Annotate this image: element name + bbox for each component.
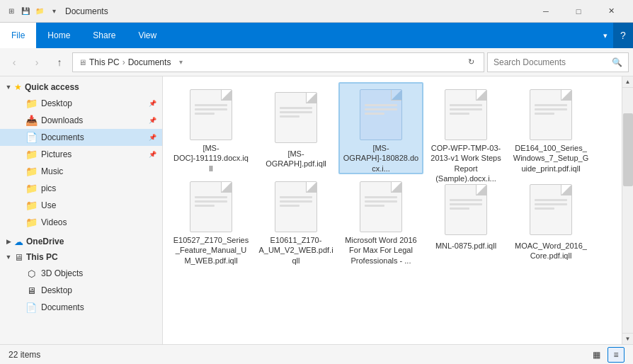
doc-icon-5: [530, 89, 572, 140]
scrollbar-track: [622, 88, 633, 333]
ribbon: File Home Share View ▾ ?: [0, 23, 633, 48]
file-item-8[interactable]: Microsoft Word 2016 For Max For Legal Pr…: [338, 174, 423, 266]
documents-pc-icon: 📄: [25, 302, 37, 313]
breadcrumb: 🖥 This PC › Documents ▾ ↻: [72, 52, 484, 72]
refresh-button[interactable]: ↻: [464, 55, 478, 69]
file-item-3[interactable]: [MS-OGRAPH]-180828.docx.i...: [338, 82, 423, 174]
this-pc-chevron: ▼: [3, 251, 14, 263]
title-bar-icons: ⊞ 💾 📁 ▾: [6, 6, 59, 17]
scroll-up-button[interactable]: ▲: [622, 76, 633, 88]
sidebar-item-music[interactable]: 📁 Music: [0, 163, 162, 180]
sidebar-item-videos[interactable]: 📁 Videos: [0, 214, 162, 231]
pin-icon-pictures: 📌: [149, 151, 156, 158]
address-bar: ‹ › ↑ 🖥 This PC › Documents ▾ ↻ 🔍: [0, 48, 633, 76]
desktop-pc-icon: 🖥: [25, 285, 37, 296]
file-item-7[interactable]: E10611_Z170-A_UM_V2_WEB.pdf.iqll: [253, 174, 338, 266]
quick-access-chevron: ▼: [3, 81, 14, 93]
file-icon-1: [186, 89, 236, 140]
tab-home[interactable]: Home: [36, 23, 81, 48]
file-name-10: MOAC_Word_2016_Core.pdf.iqll: [513, 241, 589, 261]
videos-folder-icon: 📁: [25, 217, 37, 228]
file-name-9: MNL-0875.pdf.iqll: [435, 241, 496, 251]
doc-icon-3: [360, 89, 402, 140]
this-pc-icon: 🖥: [14, 252, 23, 263]
scroll-down-button[interactable]: ▼: [622, 333, 633, 344]
file-item-9[interactable]: MNL-0875.pdf.iqll: [423, 174, 508, 266]
files-grid: [MS-DOC]-191119.docx.iqll [MS-OGRAPH].pd…: [163, 76, 633, 272]
file-item-5[interactable]: DE164_100_Series_Windows_7_Setup_Guide_p…: [508, 82, 593, 174]
file-name-1: [MS-DOC]-191119.docx.iqll: [173, 143, 249, 174]
large-icons-view-button[interactable]: ▦: [588, 347, 605, 363]
title-bar: ⊞ 💾 📁 ▾ Documents ─ □ ✕: [0, 0, 633, 23]
breadcrumb-documents[interactable]: Documents: [128, 57, 171, 67]
file-icon-6: [186, 181, 236, 232]
window-controls: ─ □ ✕: [530, 0, 627, 23]
back-button[interactable]: ‹: [4, 52, 24, 72]
sidebar-item-documents[interactable]: 📄 Documents 📌: [0, 129, 162, 146]
onedrive-header[interactable]: ▶ ☁ OneDrive: [0, 234, 162, 249]
file-icon-4: [440, 89, 491, 140]
maximize-button[interactable]: □: [562, 0, 595, 23]
search-box: 🔍: [487, 52, 629, 72]
sidebar-item-downloads[interactable]: 📥 Downloads 📌: [0, 112, 162, 129]
sidebar-item-desktop[interactable]: 📁 Desktop 📌: [0, 95, 162, 112]
file-name-7: E10611_Z170-A_UM_V2_WEB.pdf.iqll: [258, 235, 334, 266]
sidebar-item-3d-objects[interactable]: ⬡ 3D Objects: [0, 265, 162, 282]
file-item-1[interactable]: [MS-DOC]-191119.docx.iqll: [169, 82, 253, 174]
dropdown-title-icon: ▾: [48, 6, 59, 17]
this-pc-header[interactable]: ▼ 🖥 This PC: [0, 249, 162, 265]
details-view-button[interactable]: ≡: [608, 347, 625, 363]
help-button[interactable]: ?: [613, 23, 633, 48]
sidebar-desktop-label: Desktop: [41, 98, 144, 108]
doc-icon-6: [190, 181, 232, 232]
minimize-button[interactable]: ─: [530, 0, 562, 23]
file-icon-2: [270, 89, 321, 146]
doc-icon-4: [445, 89, 487, 140]
tab-share[interactable]: Share: [81, 23, 127, 48]
close-button[interactable]: ✕: [595, 0, 627, 23]
breadcrumb-expand[interactable]: ▾: [173, 52, 188, 72]
pin-icon-documents: 📌: [149, 134, 156, 141]
music-folder-icon: 📁: [25, 166, 37, 177]
tab-view[interactable]: View: [127, 23, 168, 48]
documents-folder-icon: 📄: [25, 132, 37, 143]
up-button[interactable]: ↑: [50, 52, 69, 72]
use-folder-icon: 📁: [25, 200, 37, 211]
desktop-folder-icon: 📁: [25, 98, 37, 109]
sidebar-use-label: Use: [41, 200, 156, 210]
file-item-4[interactable]: COP-WFP-TMP-03-2013-v1 Work Steps Report…: [423, 82, 508, 174]
sidebar-desktop-pc-label: Desktop: [41, 285, 156, 295]
file-item-6[interactable]: E10527_Z170_Series_Feature_Manual_UM_WEB…: [169, 174, 253, 266]
sidebar-item-pics[interactable]: 📁 pics: [0, 180, 162, 197]
file-icon-8: [355, 181, 406, 232]
sidebar-item-documents-pc[interactable]: 📄 Documents: [0, 299, 162, 316]
quick-save-icon: 💾: [20, 6, 31, 17]
file-icon-9: [440, 181, 491, 238]
onedrive-icon: ☁: [14, 237, 23, 247]
file-name-5: DE164_100_Series_Windows_7_Setup_Guide_p…: [513, 143, 589, 174]
scrollbar-thumb[interactable]: [623, 113, 633, 187]
search-input[interactable]: [494, 57, 609, 67]
pics-folder-icon: 📁: [25, 183, 37, 194]
quick-access-header[interactable]: ▼ ★ Quick access: [0, 79, 162, 95]
onedrive-label: OneDrive: [26, 237, 64, 246]
forward-button[interactable]: ›: [27, 52, 47, 72]
sidebar-item-use[interactable]: 📁 Use: [0, 197, 162, 214]
file-item-10[interactable]: MOAC_Word_2016_Core.pdf.iqll: [508, 174, 593, 266]
status-bar: 22 items ▦ ≡: [0, 344, 633, 364]
tab-file[interactable]: File: [0, 23, 36, 48]
breadcrumb-thispc[interactable]: This PC: [89, 57, 120, 67]
ribbon-expand[interactable]: ▾: [603, 31, 613, 40]
pc-icon: 🖥: [79, 58, 86, 67]
item-count: 22 items: [8, 350, 40, 360]
doc-icon-1: [190, 89, 232, 140]
quick-access-star: ★: [14, 82, 22, 92]
sidebar-item-desktop-pc[interactable]: 🖥 Desktop: [0, 282, 162, 299]
file-name-8: Microsoft Word 2016 For Max For Legal Pr…: [343, 235, 419, 266]
sidebar-pics-label: pics: [41, 183, 156, 193]
file-name-2: [MS-OGRAPH].pdf.iqll: [258, 149, 334, 169]
sidebar-item-pictures[interactable]: 📁 Pictures 📌: [0, 146, 162, 163]
file-icon-7: [270, 181, 321, 232]
quick-access-label: Quick access: [25, 82, 79, 92]
file-item-2[interactable]: [MS-OGRAPH].pdf.iqll: [253, 82, 338, 174]
